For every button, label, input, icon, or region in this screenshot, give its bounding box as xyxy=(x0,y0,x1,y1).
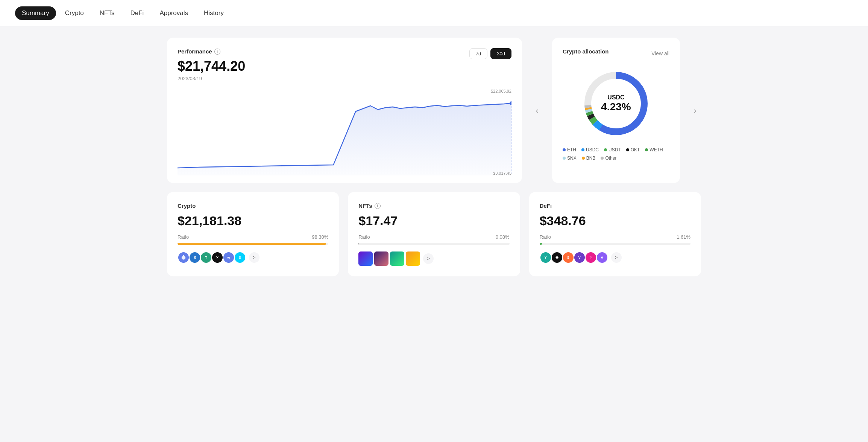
defi-icon-5: ♡ xyxy=(585,251,597,264)
nav-item-history[interactable]: History xyxy=(197,6,231,20)
legend-dot-okt xyxy=(626,148,629,151)
performance-value: $21,744.20 xyxy=(178,58,511,74)
legend-label-usdt: USDT xyxy=(609,147,621,152)
defi-icon-3: S xyxy=(562,251,574,264)
nfts-ratio-pct: 0.08% xyxy=(496,234,510,240)
token-icon-okt: ✕ xyxy=(211,251,223,264)
crypto-ratio-label: Ratio xyxy=(178,234,189,240)
defi-icon-4: V xyxy=(574,251,586,264)
top-nav: Summary Crypto NFTs DeFi Approvals Histo… xyxy=(0,0,868,26)
defi-progress-fill xyxy=(540,243,542,245)
allocation-title: Crypto allocation xyxy=(563,48,609,55)
nfts-more-button[interactable]: > xyxy=(423,253,434,264)
nft-thumb-2 xyxy=(374,251,388,266)
legend-label-okt: OKT xyxy=(631,147,640,152)
allocation-next-button[interactable]: › xyxy=(689,38,701,183)
legend-label-usdc: USDC xyxy=(586,147,599,152)
performance-date: 2023/03/19 xyxy=(178,76,511,81)
legend-dot-usdc xyxy=(581,148,584,151)
defi-card: DeFi $348.76 Ratio 1.61% Y ◉ S V ♡ A > xyxy=(529,192,701,276)
main-content: Performance i $21,744.20 2023/03/19 7d 3… xyxy=(152,26,716,288)
performance-chart: $22,065.92 xyxy=(178,89,511,175)
defi-icon-1: Y xyxy=(540,251,552,264)
legend-dot-usdt xyxy=(604,148,607,151)
chart-svg xyxy=(178,89,511,175)
legend-label-eth: ETH xyxy=(567,147,576,152)
nfts-info-icon[interactable]: i xyxy=(375,203,381,209)
nav-item-nfts[interactable]: NFTs xyxy=(93,6,121,20)
nav-item-summary[interactable]: Summary xyxy=(15,6,56,20)
nfts-progress-bar xyxy=(358,243,509,245)
token-icon-usdc: $ xyxy=(189,251,201,264)
crypto-progress-bar xyxy=(178,243,328,245)
nfts-title: NFTs i xyxy=(358,203,509,209)
allocation-prev-button[interactable]: ‹ xyxy=(531,38,543,183)
legend-other: Other xyxy=(601,155,616,161)
defi-token-icons: Y ◉ S V ♡ A > xyxy=(540,251,690,264)
allocation-header: Crypto allocation View all xyxy=(563,48,669,58)
crypto-ratio-pct: 98.30% xyxy=(312,234,328,240)
crypto-more-button[interactable]: > xyxy=(249,252,259,263)
time-btn-7d[interactable]: 7d xyxy=(469,48,487,59)
legend-dot-other xyxy=(601,157,604,160)
legend-bnb: BNB xyxy=(582,155,596,161)
defi-ratio-label: Ratio xyxy=(540,234,551,240)
legend-usdt: USDT xyxy=(604,147,621,152)
nft-thumb-4 xyxy=(406,251,420,266)
top-row: Performance i $21,744.20 2023/03/19 7d 3… xyxy=(167,38,701,183)
crypto-value: $21,181.38 xyxy=(178,213,328,228)
defi-progress-bar xyxy=(540,243,690,245)
nav-item-crypto[interactable]: Crypto xyxy=(58,6,91,20)
legend-usdc: USDC xyxy=(581,147,599,152)
defi-more-button[interactable]: > xyxy=(611,252,622,263)
legend-dot-snx xyxy=(563,157,566,160)
nfts-card: NFTs i $17.47 Ratio 0.08% > xyxy=(348,192,520,276)
legend-dot-eth xyxy=(563,148,566,151)
chart-low-label: $3,017.45 xyxy=(493,171,511,175)
token-icon-usdt: T xyxy=(200,251,212,264)
bottom-row: Crypto $21,181.38 Ratio 98.30% $ xyxy=(167,192,701,276)
view-all-link[interactable]: View all xyxy=(651,50,669,56)
performance-card: Performance i $21,744.20 2023/03/19 7d 3… xyxy=(167,38,522,183)
token-icon-snx: S xyxy=(234,251,246,264)
nft-thumbnails: > xyxy=(358,251,509,266)
defi-ratio-row: Ratio 1.61% xyxy=(540,234,690,240)
legend-label-weth: WETH xyxy=(649,147,663,152)
legend-eth: ETH xyxy=(563,147,576,152)
defi-title: DeFi xyxy=(540,203,690,209)
legend-label-snx: SNX xyxy=(567,155,577,161)
donut-wrapper: USDC 4.23% xyxy=(578,66,654,141)
time-buttons: 7d 30d xyxy=(469,48,511,59)
nft-thumb-1 xyxy=(358,251,373,266)
nfts-ratio-label: Ratio xyxy=(358,234,370,240)
legend-snx: SNX xyxy=(563,155,577,161)
legend-dot-bnb xyxy=(582,157,585,160)
nft-thumb-3 xyxy=(390,251,404,266)
legend-dot-weth xyxy=(645,148,648,151)
token-icon-eth xyxy=(178,251,190,264)
legend-okt: OKT xyxy=(626,147,640,152)
crypto-token-icons: $ T ✕ W S > xyxy=(178,251,328,264)
donut-chart xyxy=(578,66,654,141)
crypto-ratio-row: Ratio 98.30% xyxy=(178,234,328,240)
legend-weth: WETH xyxy=(645,147,663,152)
defi-icon-2: ◉ xyxy=(551,251,563,264)
crypto-card: Crypto $21,181.38 Ratio 98.30% $ xyxy=(167,192,339,276)
defi-value: $348.76 xyxy=(540,213,690,228)
nfts-value: $17.47 xyxy=(358,213,509,228)
performance-info-icon[interactable]: i xyxy=(214,49,220,55)
crypto-title: Crypto xyxy=(178,203,328,209)
legend-label-other: Other xyxy=(605,155,616,161)
allocation-card: Crypto allocation View all xyxy=(552,38,680,183)
nav-item-defi[interactable]: DeFi xyxy=(123,6,150,20)
time-btn-30d[interactable]: 30d xyxy=(490,48,511,59)
nfts-ratio-row: Ratio 0.08% xyxy=(358,234,509,240)
performance-title: Performance i xyxy=(178,48,511,55)
token-icon-weth: W xyxy=(223,251,235,264)
defi-ratio-pct: 1.61% xyxy=(677,234,690,240)
defi-icon-6: A xyxy=(596,251,608,264)
allocation-legend: ETH USDC USDT OKT WETH xyxy=(563,147,669,161)
nav-item-approvals[interactable]: Approvals xyxy=(153,6,195,20)
crypto-progress-fill xyxy=(178,243,326,245)
legend-label-bnb: BNB xyxy=(586,155,596,161)
